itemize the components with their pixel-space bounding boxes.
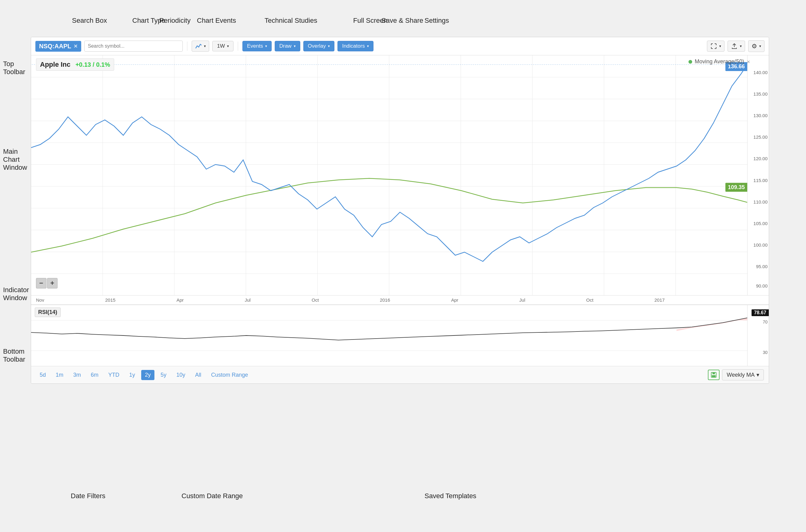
date-filter-1m[interactable]: 1m	[52, 370, 67, 380]
draw-chevron: ▾	[294, 44, 296, 48]
label-main-chart: MainChartWindow	[3, 148, 27, 172]
label-date-filters: Date Filters	[71, 492, 105, 500]
main-chart-area: Apple Inc +0.13 / 0.1% Moving Average(50…	[31, 55, 769, 295]
rsi-tick-30: 30	[763, 350, 768, 355]
events-label: Events	[247, 43, 263, 49]
overlay-close-icon[interactable]: ✕	[747, 59, 750, 64]
date-filter-10y[interactable]: 10y	[173, 370, 189, 380]
date-filter-ytd[interactable]: YTD	[105, 370, 123, 380]
settings-icon: ⚙	[752, 42, 757, 50]
svg-rect-25	[712, 375, 715, 377]
fullscreen-chevron: ▾	[719, 44, 721, 48]
x-tick-2016: 2016	[380, 297, 390, 303]
label-saved-templates: Saved Templates	[425, 492, 476, 500]
save-share-button[interactable]: ▾	[728, 41, 745, 52]
x-tick-apr2: Apr	[451, 297, 458, 303]
x-tick-oct2: Oct	[586, 297, 594, 303]
x-tick-2015: 2015	[105, 297, 115, 303]
instrument-name: Apple Inc +0.13 / 0.1%	[36, 58, 114, 71]
rsi-panel: RSI(14) 78.67 70 30	[31, 304, 769, 366]
events-button[interactable]: Events ▾	[242, 41, 271, 51]
label-custom-date-range: Custom Date Range	[182, 492, 243, 500]
y-tick-130: 130.00	[753, 113, 768, 118]
draw-button[interactable]: Draw ▾	[275, 41, 300, 51]
indicators-chevron: ▾	[367, 44, 369, 48]
y-tick-115: 115.00	[753, 177, 768, 183]
overlay-text: Moving Average(50)	[695, 58, 744, 65]
save-icon	[710, 372, 717, 378]
label-technical-studies: Technical Studies	[265, 17, 317, 25]
overlay-chevron: ▾	[328, 44, 330, 48]
weekly-ma-chevron: ▾	[756, 372, 759, 378]
indicators-button[interactable]: Indicators ▾	[337, 41, 373, 51]
settings-button[interactable]: ⚙ ▾	[748, 40, 765, 52]
svg-rect-24	[712, 373, 715, 374]
symbol-text: NSQ:AAPL	[39, 43, 71, 50]
symbol-tag[interactable]: NSQ:AAPL ✕	[35, 41, 81, 52]
periodicity-chevron: ▾	[227, 44, 229, 48]
date-filter-6m[interactable]: 6m	[87, 370, 102, 380]
label-bottom-toolbar: BottomToolbar	[3, 347, 25, 363]
instrument-bar: Apple Inc +0.13 / 0.1%	[36, 58, 114, 71]
settings-chevron: ▾	[759, 44, 761, 48]
line-chart-icon	[195, 43, 202, 50]
date-filter-5d[interactable]: 5d	[36, 370, 50, 380]
y-tick-125: 125.00	[753, 134, 768, 139]
overlay-label: Overlay	[308, 43, 326, 49]
bottom-toolbar: 5d 1m 3m 6m YTD 1y 2y 5y 10y All Custom …	[31, 366, 769, 383]
rsi-svg	[31, 305, 747, 366]
rsi-label: RSI(14)	[35, 307, 61, 317]
label-top-toolbar: TopToolbar	[3, 60, 25, 76]
fullscreen-icon	[710, 43, 717, 50]
y-axis: 140.00 135.00 130.00 125.00 120.00 115.0…	[747, 55, 769, 295]
label-periodicity: Periodicity	[160, 17, 190, 25]
indicators-label: Indicators	[342, 43, 365, 49]
fullscreen-button[interactable]: ▾	[707, 41, 725, 52]
x-tick-nov: Nov	[36, 297, 44, 303]
rsi-y-axis: 70 30	[747, 305, 769, 366]
overlay-label: Moving Average(50) ✕	[689, 58, 750, 65]
toolbar-divider-1	[187, 41, 187, 51]
events-chevron: ▾	[265, 44, 267, 48]
label-chart-events: Chart Events	[197, 17, 236, 25]
x-axis: Nov 2015 Apr Jul Oct 2016 Apr Jul Oct 20…	[31, 295, 769, 304]
chart-type-button[interactable]: ▾	[192, 41, 209, 52]
date-filter-1y[interactable]: 1y	[126, 370, 139, 380]
save-template-button[interactable]	[708, 369, 719, 380]
x-tick-jul2: Jul	[519, 297, 525, 303]
date-filter-all[interactable]: All	[191, 370, 205, 380]
label-indicator-window: IndicatorWindow	[3, 286, 29, 302]
main-chart-svg	[31, 55, 747, 295]
y-tick-100: 100.00	[753, 242, 768, 248]
y-tick-140: 140.00	[753, 70, 768, 75]
weekly-ma-button[interactable]: Weekly MA ▾	[722, 369, 764, 380]
x-tick-oct1: Oct	[312, 297, 319, 303]
date-filter-5y[interactable]: 5y	[157, 370, 170, 380]
label-search-box: Search Box	[72, 17, 107, 25]
overlay-dot	[689, 60, 692, 64]
zoom-in-button[interactable]: +	[47, 278, 58, 288]
symbol-close-icon[interactable]: ✕	[74, 43, 77, 49]
x-tick-apr1: Apr	[176, 297, 184, 303]
chart-container: NSQ:AAPL ✕ ▾ 1W ▾ Events ▾ Draw ▾	[31, 37, 769, 384]
custom-range-button[interactable]: Custom Range	[207, 370, 252, 380]
y-tick-95: 95.00	[756, 264, 768, 269]
y-tick-120: 120.00	[753, 156, 768, 161]
periodicity-label: 1W	[217, 43, 225, 49]
search-input[interactable]	[84, 41, 183, 52]
y-tick-135: 135.00	[753, 91, 768, 96]
ma-price-label: 109.35	[726, 183, 747, 192]
periodicity-button[interactable]: 1W ▾	[212, 41, 233, 51]
x-tick-jul1: Jul	[245, 297, 250, 303]
weekly-ma-label: Weekly MA	[727, 372, 755, 378]
label-settings: Settings	[425, 17, 449, 25]
zoom-out-button[interactable]: −	[36, 278, 46, 288]
draw-label: Draw	[279, 43, 292, 49]
zoom-controls: − +	[36, 278, 58, 288]
chart-type-chevron: ▾	[204, 44, 206, 48]
overlay-button[interactable]: Overlay ▾	[303, 41, 335, 51]
date-filter-2y[interactable]: 2y	[141, 370, 154, 380]
y-tick-90: 90.00	[756, 283, 768, 288]
x-tick-2017: 2017	[654, 297, 664, 303]
date-filter-3m[interactable]: 3m	[70, 370, 85, 380]
